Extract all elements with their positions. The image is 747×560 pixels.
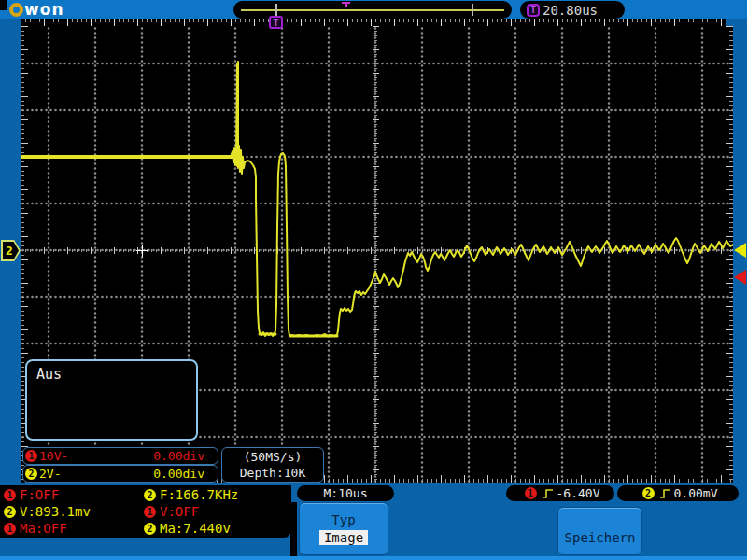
measurement-value: Ma:7.440v [160,521,231,536]
trigger1-level-readout: 1 -6.40V [506,485,614,501]
save-button[interactable]: Speichern [557,507,642,555]
memory-trigger-marker-icon [342,2,350,7]
memory-waveform-line [241,9,504,11]
memory-trigger-marker-stem [345,4,347,7]
ch2-badge: 2 [642,487,655,499]
trigger-t-icon: T [527,4,540,17]
bottom-edge-strip [0,556,747,560]
ch2-badge: 2 [144,523,156,535]
measurement-ch1-freq: 1 F:OFF [2,486,142,503]
trigger-time-readout: T 20.80us [520,1,625,19]
top-left-corner [0,0,7,10]
measurement-ch2-volt: 2 V:893.1mv [2,503,142,520]
acquisition-readout: (50MS/s) Depth:10K [221,447,324,483]
channel2-scale: 2V- [39,467,61,481]
owon-logo-o-icon [9,3,23,17]
channel2-readout: 2 2V- 0.00div [22,465,218,483]
menu-message-box: Aus [25,359,198,441]
rising-edge-icon [542,487,554,499]
scope-display: Aus 1 10V- 0.00div 2 2V- 0.00div (50MS/s… [21,26,733,483]
trigger1-level-value: -6.40V [557,486,600,500]
measurement-value: V:OFF [160,504,199,519]
channel2-level-arrow-icon [734,243,746,258]
channel1-scale: 10V- [39,449,68,463]
horizontal-ruler [21,19,726,26]
measurement-ch2-mean: 2 Ma:7.440v [142,520,293,537]
owon-logo: won [9,1,64,18]
ch2-badge: 2 [144,489,156,501]
measurement-value: F:OFF [20,487,59,502]
channel2-position-tag: 2 [1,240,21,261]
trigger-position-marker: T [269,16,283,29]
ch1-badge: 1 [144,506,156,518]
ch1-badge: 1 [4,523,16,535]
measurement-value: Ma:OFF [20,521,67,536]
trigger-time-value: 20.80us [543,3,598,18]
memory-depth: Depth:10K [240,465,305,481]
timebase-readout: M:10us [297,485,394,501]
ch1-badge: 1 [4,489,16,501]
sample-rate: (50MS/s) [244,449,303,465]
measurement-ch1-volt: 1 V:OFF [142,503,293,520]
measurement-ch1-mean: 1 Ma:OFF [2,520,142,537]
trigger2-level-readout: 2 0.00mV [617,485,739,501]
memory-window-end-marker [472,4,473,16]
trigger-level-arrow-icon [734,270,746,285]
save-button-label: Speichern [565,530,636,545]
measurement-value: F:166.7KHz [160,487,238,502]
type-image-button[interactable]: Typ Image [299,502,388,555]
channel1-offset: 0.00div [153,449,204,463]
type-button-value: Image [319,530,368,545]
channel2-offset: 0.00div [153,467,204,481]
type-button-label: Typ [331,512,355,527]
ch1-badge: 1 [525,487,537,499]
memory-window-start-marker [275,4,277,16]
measurement-value: V:893.1mv [20,504,91,519]
channel1-readout: 1 10V- 0.00div [22,447,218,465]
channel2-badge: 2 [25,468,37,480]
owon-logo-text: won [24,1,64,18]
measurement-panel: 1 F:OFF 2 F:166.7KHz 2 V:893.1mv 1 V:OFF… [0,485,291,538]
measurement-ch2-freq: 2 F:166.7KHz [142,486,293,503]
ch2-badge: 2 [4,506,16,518]
rising-edge-icon [659,487,671,499]
trigger2-level-value: 0.00mV [674,486,718,500]
channel1-badge: 1 [25,450,37,462]
